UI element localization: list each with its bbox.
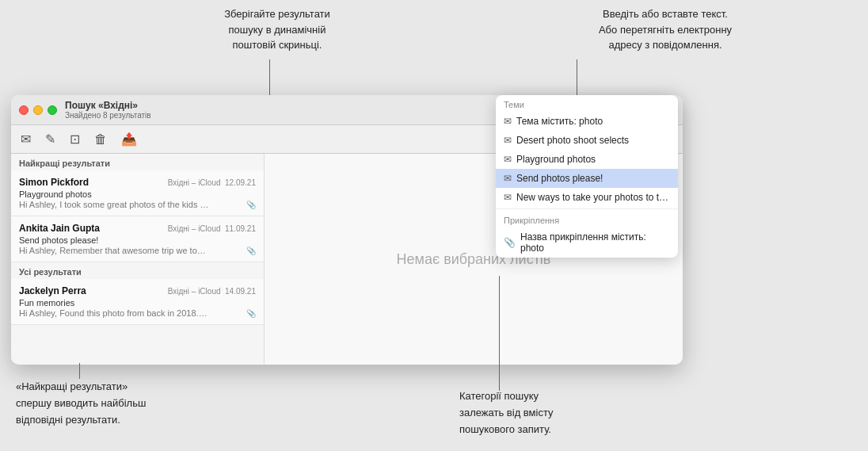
subject-icon: ✉ (504, 116, 512, 127)
message-header: Jackelyn Perra Вхідні – iCloud 14.09.21 (19, 285, 256, 296)
attachment-icon: 📎 (246, 309, 256, 318)
message-preview: Hi Ashley, Remember that awesome trip we… (19, 246, 256, 255)
window-subtitle: Знайдено 8 результатів (65, 111, 151, 120)
best-results-label: Найкращі результати (11, 154, 264, 170)
message-sender: Ankita Jain Gupta (19, 223, 100, 234)
all-results-label: Усі результати (11, 262, 264, 279)
dropdown-attachment-item[interactable]: 📎 Назва прикріплення містить: photo (496, 227, 678, 258)
annotation-line-bottom-left (79, 363, 80, 379)
subject-icon: ✉ (504, 173, 512, 184)
dropdown-item[interactable]: ✉ Тема містить: photo (496, 112, 678, 131)
dropdown-subjects-label: Теми (496, 95, 678, 112)
annotation-bottom-right: Категорії пошуку залежать від вмісту пош… (459, 388, 554, 438)
annotation-top-right: Введіть або вставте текст. Або перетягні… (570, 6, 760, 53)
message-preview: Hi Ashley, I took some great photos of t… (19, 200, 256, 209)
subject-icon: ✉ (504, 135, 512, 146)
minimize-button[interactable] (33, 105, 43, 115)
window-title: Пошук «Вхідні» (65, 100, 151, 111)
new-message-icon[interactable]: ✎ (45, 132, 55, 147)
message-sender: Simon Pickford (19, 177, 89, 188)
attachment-icon: 📎 (246, 201, 256, 209)
message-meta: Вхідні – iCloud 12.09.21 (168, 178, 256, 187)
message-list: Найкращі результати Simon Pickford Вхідн… (11, 154, 265, 365)
subject-icon: ✉ (504, 154, 512, 165)
titlebar-text: Пошук «Вхідні» Знайдено 8 результатів (65, 100, 151, 120)
search-dropdown: Теми ✉ Тема містить: photo ✉ Desert phot… (496, 95, 678, 258)
attachment-icon: 📎 (246, 247, 256, 255)
message-meta: Вхідні – iCloud 14.09.21 (168, 287, 256, 296)
message-item[interactable]: Simon Pickford Вхідні – iCloud 12.09.21 … (11, 170, 264, 216)
dropdown-item[interactable]: ✉ Playground photos (496, 150, 678, 169)
message-preview: Hi Ashley, Found this photo from back in… (19, 308, 256, 318)
fullscreen-button[interactable] (48, 105, 57, 115)
message-subject: Fun memories (19, 298, 256, 308)
dropdown-divider (496, 208, 678, 209)
annotation-line-center (269, 59, 270, 97)
message-header: Simon Pickford Вхідні – iCloud 12.09.21 (19, 177, 256, 188)
annotation-top-center: Зберігайте результати пошуку в динамічні… (198, 6, 356, 53)
dropdown-attachments-label: Прикріплення (496, 211, 678, 227)
message-sender: Jackelyn Perra (19, 285, 86, 296)
archive-icon[interactable]: ⊡ (70, 132, 80, 147)
message-meta: Вхідні – iCloud 11.09.21 (168, 224, 256, 233)
move-icon[interactable]: 📤 (121, 132, 137, 147)
dropdown-item-selected[interactable]: ✉ Send photos please! (496, 169, 678, 188)
compose-icon[interactable]: ✉ (21, 132, 31, 147)
subject-icon: ✉ (504, 192, 512, 203)
delete-icon[interactable]: 🗑 (94, 132, 107, 147)
annotation-line-right (577, 59, 577, 97)
dropdown-item[interactable]: ✉ Desert photo shoot selects (496, 131, 678, 150)
close-button[interactable] (19, 105, 29, 115)
annotation-bottom-left: «Найкращі результати» спершу виводить на… (16, 379, 146, 428)
message-item[interactable]: Ankita Jain Gupta Вхідні – iCloud 11.09.… (11, 216, 264, 262)
attachment-icon: 📎 (504, 237, 516, 248)
traffic-lights (19, 105, 57, 115)
message-item[interactable]: Jackelyn Perra Вхідні – iCloud 14.09.21 … (11, 279, 264, 325)
message-header: Ankita Jain Gupta Вхідні – iCloud 11.09.… (19, 223, 256, 234)
message-subject: Playground photos (19, 189, 256, 199)
dropdown-item[interactable]: ✉ New ways to take your photos to the ne… (496, 188, 678, 207)
message-subject: Send photos please! (19, 235, 256, 245)
